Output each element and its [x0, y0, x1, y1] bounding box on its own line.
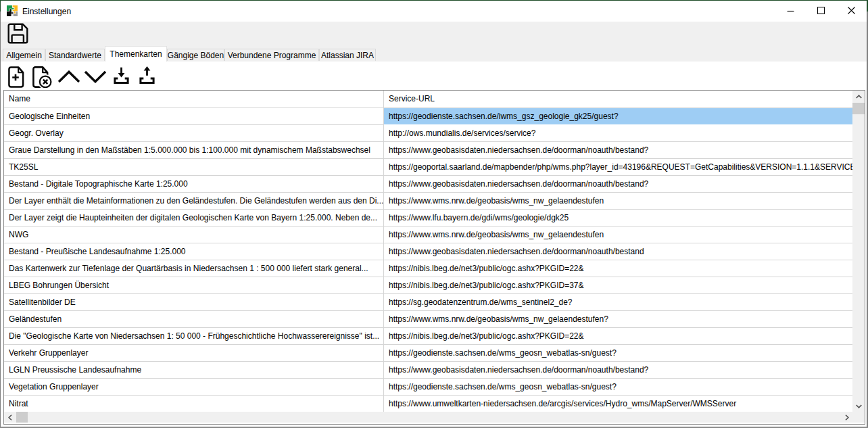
save-button[interactable]: [7, 23, 28, 44]
cell-name[interactable]: NWG: [4, 227, 383, 243]
cell-url[interactable]: https://www.wms.nrw.de/geobasis/wms_nw_g…: [384, 193, 852, 209]
cell-name[interactable]: Bestand - Digitale Topographische Karte …: [4, 176, 383, 192]
tab-atlassian-jira[interactable]: Atlassian JIRA: [319, 49, 376, 61]
tab-themenkarten[interactable]: Themenkarten: [105, 46, 167, 62]
cell-url[interactable]: https://www.geobasisdaten.niedersachsen.…: [384, 176, 852, 192]
cell-url[interactable]: https://geodienste.sachsen.de/wms_geosn_…: [384, 379, 852, 395]
save-icon: [7, 23, 28, 44]
scroll-left-icon: [8, 414, 12, 421]
cell-url[interactable]: https://www.lfu.bayern.de/gdi/wms/geolog…: [384, 210, 852, 226]
cell-name[interactable]: Der Layer enthält die Metainformationen …: [4, 193, 383, 209]
scroll-up-icon: [856, 95, 862, 99]
cell-url[interactable]: https://www.wms.nrw.de/geobasis/wms_nw_g…: [384, 227, 852, 243]
table-row[interactable]: TK25SLhttps://geoportal.saarland.de/mapb…: [4, 159, 852, 176]
scroll-down-button[interactable]: [852, 400, 865, 412]
grid-toolbar: [0, 64, 406, 90]
table-row[interactable]: Der Layer enthält die Metainformationen …: [4, 193, 852, 210]
tab-allgemein[interactable]: Allgemein: [3, 49, 45, 61]
cell-url[interactable]: https://nibis.lbeg.de/net3/public/ogc.as…: [384, 277, 852, 293]
scroll-up-button[interactable]: [852, 91, 865, 102]
table-row[interactable]: LGLN Preussische Landesaufnahmehttps://w…: [4, 362, 852, 379]
export-button[interactable]: [139, 66, 155, 85]
cell-name[interactable]: Verkehr Gruppenlayer: [4, 345, 383, 361]
scroll-right-button[interactable]: [841, 412, 852, 423]
cell-name[interactable]: Graue Darstellung in den Maßstäben 1:5.0…: [4, 142, 383, 158]
cell-url-selected[interactable]: https://geodienste.sachsen.de/iwms_gsz_g…: [384, 108, 852, 124]
cell-url[interactable]: https://nibis.lbeg.de/net3/public/ogc.as…: [384, 328, 852, 344]
table-body: Geologische Einheitenhttps://geodienste.…: [4, 108, 852, 412]
cell-url[interactable]: https://sg.geodatenzentrum.de/wms_sentin…: [384, 294, 852, 310]
table-row[interactable]: Satellitenbilder DEhttps://sg.geodatenze…: [4, 294, 852, 311]
cell-name[interactable]: Die "Geologische Karte von Niedersachsen…: [4, 328, 383, 344]
table-row[interactable]: Bestand - Digitale Topographische Karte …: [4, 176, 852, 193]
table-row[interactable]: Die "Geologische Karte von Niedersachsen…: [4, 328, 852, 345]
scroll-right-icon: [845, 414, 849, 421]
cell-name[interactable]: Das Kartenwerk zur Tiefenlage der Quartä…: [4, 260, 383, 277]
cell-name[interactable]: LBEG Bohrungen Übersicht: [4, 277, 383, 293]
table-row[interactable]: Graue Darstellung in den Maßstäben 1:5.0…: [4, 142, 852, 159]
table-row[interactable]: Vegetation Gruppenlayerhttps://geodienst…: [4, 379, 852, 396]
close-button[interactable]: [836, 1, 867, 22]
maximize-icon: [817, 7, 825, 14]
table-row[interactable]: Bestand - Preußische Landesaufnahme 1:25…: [4, 243, 852, 260]
column-header-name[interactable]: Name: [4, 91, 383, 108]
cell-url[interactable]: https://nibis.lbeg.de/net3/public/ogc.as…: [384, 260, 852, 277]
titlebar: Einstellungen: [1, 1, 867, 22]
table-row[interactable]: Geogr. Overlayhttp://ows.mundialis.de/se…: [4, 125, 852, 142]
table-row[interactable]: Der Layer zeigt die Haupteinheiten der d…: [4, 210, 852, 227]
column-header-url[interactable]: Service-URL: [384, 91, 852, 108]
tab-verbundene-programme[interactable]: Verbundene Programme: [224, 49, 319, 61]
window-border-top: [0, 0, 868, 1]
minimize-button[interactable]: [775, 1, 806, 22]
scroll-left-button[interactable]: [4, 412, 16, 423]
cell-url[interactable]: https://www.wms.nrw.de/geobasis/wms_nw_g…: [384, 311, 852, 327]
move-up-button[interactable]: [57, 70, 80, 83]
tab-g-ngige-b-den[interactable]: Gängige Böden: [167, 49, 224, 61]
cell-name[interactable]: TK25SL: [4, 159, 383, 175]
cell-url[interactable]: https://www.geobasisdaten.niedersachsen.…: [384, 243, 852, 260]
export-icon: [139, 66, 155, 85]
cell-url[interactable]: https://www.geobasisdaten.niedersachsen.…: [384, 362, 852, 378]
cell-name[interactable]: Bestand - Preußische Landesaufnahme 1:25…: [4, 243, 383, 260]
window-border-left: [0, 0, 1, 428]
table-row[interactable]: NWGhttps://www.wms.nrw.de/geobasis/wms_n…: [4, 227, 852, 243]
table-row[interactable]: LBEG Bohrungen Übersichthttps://nibis.lb…: [4, 277, 852, 294]
move-down-button[interactable]: [84, 70, 107, 83]
cell-name[interactable]: Nitrat: [4, 396, 383, 412]
table-row[interactable]: Verkehr Gruppenlayerhttps://geodienste.s…: [4, 345, 852, 362]
cell-url[interactable]: https://www.umweltkarten-niedersachsen.d…: [384, 396, 852, 412]
add-layer-button[interactable]: [8, 66, 24, 88]
horizontal-scroll-thumb[interactable]: [16, 412, 28, 423]
cell-url[interactable]: https://geoportal.saarland.de/mapbender/…: [384, 159, 852, 175]
table-header: Name Service-URL: [4, 91, 852, 108]
delete-document-icon: [32, 66, 53, 88]
cell-url[interactable]: http://ows.mundialis.de/services/service…: [384, 125, 852, 141]
cell-name[interactable]: Satellitenbilder DE: [4, 294, 383, 310]
cell-name[interactable]: Geogr. Overlay: [4, 125, 383, 141]
table-row[interactable]: Das Kartenwerk zur Tiefenlage der Quartä…: [4, 260, 852, 277]
vertical-scroll-thumb[interactable]: [852, 103, 865, 114]
layers-table: Name Service-URL Geologische Einheitenht…: [3, 90, 865, 425]
table-row[interactable]: Geländestufenhttps://www.wms.nrw.de/geob…: [4, 311, 852, 328]
delete-layer-button[interactable]: [32, 66, 53, 88]
cell-name[interactable]: Der Layer zeigt die Haupteinheiten der d…: [4, 210, 383, 226]
table-row[interactable]: Nitrathttps://www.umweltkarten-niedersac…: [4, 396, 852, 412]
horizontal-scrollbar[interactable]: [4, 412, 852, 423]
cell-url[interactable]: https://geodienste.sachsen.de/wms_geosn_…: [384, 345, 852, 361]
settings-window: Einstellungen AllgemeinStandardwerteThem…: [0, 0, 868, 428]
table-row[interactable]: Geologische Einheitenhttps://geodienste.…: [4, 108, 852, 125]
cell-url[interactable]: https://www.geobasisdaten.niedersachsen.…: [384, 142, 852, 158]
vertical-scrollbar[interactable]: [852, 91, 865, 412]
cell-name[interactable]: Vegetation Gruppenlayer: [4, 379, 383, 395]
minimize-icon: [787, 7, 794, 14]
chevron-up-icon: [57, 70, 80, 83]
window-controls: [775, 1, 867, 22]
cell-name[interactable]: LGLN Preussische Landesaufnahme: [4, 362, 383, 378]
cell-name[interactable]: Geländestufen: [4, 311, 383, 327]
tab-standardwerte[interactable]: Standardwerte: [45, 49, 105, 61]
maximize-button[interactable]: [806, 1, 836, 22]
close-icon: [848, 7, 855, 14]
scrollbar-corner: [852, 412, 865, 423]
import-button[interactable]: [113, 66, 130, 85]
cell-name[interactable]: Geologische Einheiten: [4, 108, 383, 124]
